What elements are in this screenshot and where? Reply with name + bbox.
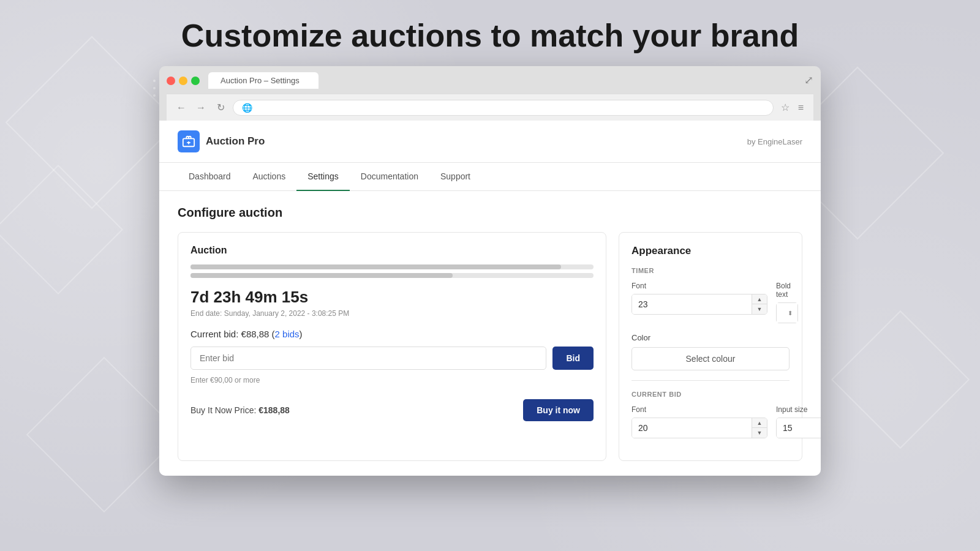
app-name: Auction Pro bbox=[206, 135, 265, 148]
browser-chrome: Auction Pro – Settings ⤢ ← → ↻ 🌐 ☆ ≡ bbox=[159, 66, 821, 121]
timer-section-label: TIMER bbox=[631, 267, 790, 274]
bold-text-label: Bold text bbox=[776, 282, 798, 299]
bookmark-button[interactable]: ☆ bbox=[778, 99, 792, 116]
browser-window: Auction Pro – Settings ⤢ ← → ↻ 🌐 ☆ ≡ bbox=[159, 66, 821, 476]
progress-bars bbox=[190, 264, 594, 278]
maximize-dot[interactable] bbox=[191, 77, 200, 85]
nav-settings[interactable]: Settings bbox=[296, 163, 350, 191]
buy-it-now-price: €188,88 bbox=[258, 405, 290, 415]
current-bid-font-label: Font bbox=[631, 405, 767, 414]
current-bid-display: Current bid: €88,88 (2 bids) bbox=[190, 329, 594, 339]
buy-it-now-label: Buy It Now Price: €188,88 bbox=[190, 405, 290, 415]
timer-font-down[interactable]: ▼ bbox=[752, 304, 767, 314]
browser-content: Auction Pro by EngineLaser Dashboard Auc… bbox=[159, 121, 821, 476]
expand-button[interactable]: ⤢ bbox=[804, 73, 813, 87]
browser-titlebar: Auction Pro – Settings ⤢ bbox=[167, 72, 813, 89]
buy-now-button[interactable]: Buy it now bbox=[523, 399, 594, 421]
progress-bar-top bbox=[190, 264, 594, 269]
browser-navbar: ← → ↻ 🌐 ☆ ≡ bbox=[167, 94, 813, 121]
close-dot[interactable] bbox=[167, 77, 175, 85]
current-bid-font-wrapper: ▲ ▼ bbox=[631, 418, 767, 438]
progress-fill-mid bbox=[190, 273, 453, 278]
refresh-button[interactable]: ↻ bbox=[213, 100, 228, 115]
app-logo-icon bbox=[178, 130, 200, 152]
two-column-layout: Auction 7d 23h 49m 15s End date: Sunday,… bbox=[178, 232, 802, 461]
progress-bar-bottom bbox=[190, 273, 594, 278]
current-bid-section-label: CURRENT BID bbox=[631, 391, 790, 398]
minimize-dot[interactable] bbox=[179, 77, 187, 85]
end-date-label: End date: Sunday, January 2, 2022 - 3:08… bbox=[190, 309, 594, 318]
page-title: Customize auctions to match your brand bbox=[0, 0, 980, 66]
current-bid-font-input[interactable] bbox=[632, 418, 752, 438]
timer-font-spinner: ▲ ▼ bbox=[752, 294, 767, 314]
app-author: by EngineLaser bbox=[747, 137, 802, 146]
bg-shape bbox=[831, 310, 970, 449]
back-button[interactable]: ← bbox=[174, 100, 189, 115]
app-header: Auction Pro by EngineLaser bbox=[159, 121, 821, 163]
font-label: Font bbox=[631, 282, 767, 290]
bid-input[interactable] bbox=[190, 347, 546, 370]
bid-button[interactable]: Bid bbox=[552, 347, 594, 370]
nav-right-buttons: ☆ ≡ bbox=[778, 99, 806, 116]
appearance-panel: Appearance TIMER Font ▲ ▼ bbox=[619, 232, 802, 461]
auction-panel-title: Auction bbox=[190, 245, 594, 256]
timer-font-group: Font ▲ ▼ bbox=[631, 282, 767, 323]
input-size-label: Input size bbox=[776, 405, 821, 414]
nav-auctions[interactable]: Auctions bbox=[242, 163, 297, 191]
nav-dashboard[interactable]: Dashboard bbox=[178, 163, 242, 191]
bold-text-select[interactable]: Yes No bbox=[777, 303, 797, 323]
app-logo: Auction Pro bbox=[178, 130, 265, 152]
nav-support[interactable]: Support bbox=[429, 163, 481, 191]
input-size-wrapper: ▲ ▼ bbox=[776, 418, 821, 438]
nav-documentation[interactable]: Documentation bbox=[350, 163, 429, 191]
forward-button[interactable]: → bbox=[194, 100, 208, 115]
current-bid-font-spinner: ▲ ▼ bbox=[752, 418, 767, 438]
current-bid-font-up[interactable]: ▲ bbox=[752, 418, 767, 428]
bg-shape bbox=[0, 165, 123, 294]
browser-tab[interactable]: Auction Pro – Settings bbox=[208, 72, 318, 89]
bold-text-group: Bold text Yes No ⬍ bbox=[776, 282, 798, 323]
bid-input-row: Bid bbox=[190, 347, 594, 370]
input-size-group: Input size ▲ ▼ bbox=[776, 405, 821, 438]
auction-preview-panel: Auction 7d 23h 49m 15s End date: Sunday,… bbox=[178, 232, 606, 461]
timer-form-row: Font ▲ ▼ Bold text bbox=[631, 282, 790, 323]
address-bar[interactable]: 🌐 bbox=[233, 100, 774, 116]
appearance-panel-title: Appearance bbox=[631, 245, 790, 257]
current-bid-font-group: Font ▲ ▼ bbox=[631, 405, 767, 438]
font-input-wrapper: ▲ ▼ bbox=[631, 294, 767, 315]
buy-it-now-row: Buy It Now Price: €188,88 Buy it now bbox=[190, 394, 594, 421]
bold-text-select-wrapper: Yes No ⬍ bbox=[776, 302, 798, 323]
current-bid-font-down[interactable]: ▼ bbox=[752, 428, 767, 438]
color-label: Color bbox=[631, 333, 790, 342]
timer-font-up[interactable]: ▲ bbox=[752, 294, 767, 304]
select-colour-button[interactable]: Select colour bbox=[631, 347, 790, 370]
input-size-input[interactable] bbox=[777, 418, 821, 438]
app-navigation: Dashboard Auctions Settings Documentatio… bbox=[159, 163, 821, 191]
timer-display: 7d 23h 49m 15s bbox=[190, 288, 594, 307]
globe-icon: 🌐 bbox=[242, 103, 252, 113]
timer-font-input[interactable] bbox=[632, 294, 752, 314]
progress-fill-wide bbox=[190, 264, 561, 269]
current-bid-form-row: Font ▲ ▼ Input size bbox=[631, 405, 790, 438]
bid-hint: Enter €90,00 or more bbox=[190, 376, 594, 384]
bids-link[interactable]: 2 bids bbox=[275, 329, 300, 339]
section-divider bbox=[631, 380, 790, 381]
main-content: Configure auction Auction 7d 23h 49m 15s bbox=[159, 191, 821, 476]
browser-traffic-lights bbox=[167, 77, 200, 85]
configure-section-title: Configure auction bbox=[178, 206, 802, 220]
browser-menu-button[interactable]: ≡ bbox=[796, 100, 806, 116]
